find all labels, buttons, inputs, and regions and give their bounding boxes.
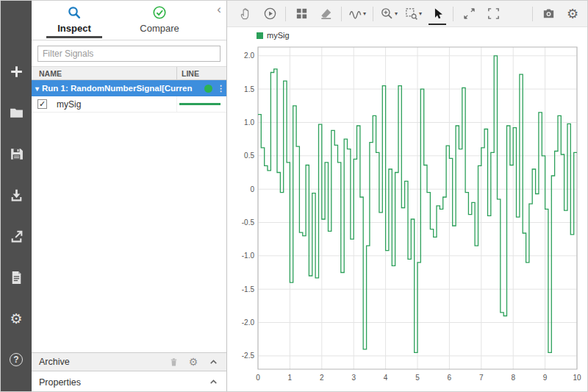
tab-inspect-label: Inspect [57, 23, 91, 34]
svg-text:1.0: 1.0 [244, 118, 254, 126]
svg-text:2.0: 2.0 [244, 51, 254, 60]
export-icon [9, 229, 24, 244]
svg-text:5: 5 [415, 374, 420, 382]
signal-row[interactable]: ✓ mySig [32, 96, 226, 113]
expand-caret-icon[interactable]: ▾ [35, 85, 39, 93]
help-button[interactable]: ? [7, 351, 25, 368]
svg-text:9: 9 [543, 374, 548, 382]
svg-text:1: 1 [288, 374, 293, 382]
pan-tool-button[interactable] [237, 4, 254, 24]
run-label: Run 1: RandomNumberSignal[Curren [42, 84, 201, 93]
document-icon [9, 270, 24, 285]
check-circle-icon [152, 5, 167, 20]
plot-canvas[interactable]: -2.5-2.0-1.5-1.0-0.500.51.01.52.00123456… [232, 41, 584, 388]
plot-legend: mySig [257, 31, 290, 40]
svg-text:2: 2 [320, 374, 324, 382]
signal-checkbox[interactable]: ✓ [37, 99, 47, 109]
svg-text:-0.5: -0.5 [242, 218, 255, 227]
plus-icon [9, 64, 24, 79]
legend-label: mySig [267, 31, 290, 40]
preferences-button[interactable]: ⚙ [7, 310, 25, 327]
data-cursors-button[interactable]: ▾ [348, 4, 366, 24]
zoom-region-icon [404, 7, 418, 21]
help-icon: ? [10, 353, 23, 366]
plot-area: ▾ ▾ ▾ [227, 1, 588, 392]
import-button[interactable] [7, 186, 25, 204]
plot-settings-button[interactable]: ⚙ [564, 4, 581, 24]
toolbar-separator [532, 7, 533, 21]
chevron-down-icon: ▾ [419, 10, 422, 17]
create-report-button[interactable] [7, 268, 25, 286]
properties-collapse-icon[interactable] [207, 376, 220, 389]
floppy-disk-icon [9, 146, 24, 162]
archive-bar[interactable]: Archive ⚙ [32, 352, 226, 371]
svg-text:3: 3 [351, 374, 356, 382]
simulation-data-inspector-window: ⚙ ? Inspect Compare ‹ NAME LINE ▾ [0, 0, 588, 392]
toolbar-separator [285, 7, 286, 21]
arrow-cursor-icon [431, 7, 445, 21]
svg-text:10: 10 [573, 374, 581, 382]
chevron-down-icon: ▾ [363, 10, 366, 17]
open-button[interactable] [7, 104, 25, 121]
diagonal-arrows-icon [462, 7, 476, 21]
properties-bar[interactable]: Properties [32, 371, 226, 392]
import-icon [9, 188, 24, 203]
tab-inspect[interactable]: Inspect [42, 4, 107, 38]
zoom-tool-button[interactable]: ▾ [380, 4, 398, 24]
signal-line-swatch [179, 103, 220, 105]
folder-icon [9, 105, 24, 121]
svg-text:8: 8 [511, 374, 515, 382]
column-header-name: NAME [32, 69, 176, 78]
zoom-region-button[interactable]: ▾ [404, 4, 422, 24]
camera-icon [542, 7, 556, 21]
left-toolbar: ⚙ ? [1, 1, 32, 392]
svg-text:-1.0: -1.0 [242, 252, 255, 260]
select-tool-button[interactable] [429, 4, 446, 24]
panel-tab-bar: Inspect Compare ‹ [32, 1, 226, 40]
fit-to-view-button[interactable] [484, 4, 502, 24]
svg-text:-1.5: -1.5 [242, 285, 255, 293]
archive-collapse-icon[interactable] [207, 355, 220, 368]
export-button[interactable] [7, 227, 25, 245]
archive-label: Archive [39, 357, 167, 367]
fullscreen-brackets-icon [487, 7, 501, 21]
add-button[interactable] [7, 63, 25, 80]
expand-axes-button[interactable] [460, 4, 478, 24]
svg-text:6: 6 [448, 374, 452, 382]
signal-line-cell [176, 96, 226, 112]
grid-layout-icon [295, 7, 309, 21]
subplot-layout-button[interactable] [293, 4, 310, 24]
chevron-down-icon: ▾ [395, 10, 398, 17]
run-row[interactable]: ▾ Run 1: RandomNumberSignal[Curren ⋮ [32, 80, 226, 96]
run-menu-icon[interactable]: ⋮ [217, 84, 225, 93]
svg-text:0: 0 [250, 185, 254, 193]
play-circle-icon [263, 7, 277, 21]
filter-row [32, 40, 226, 66]
tab-compare-label: Compare [140, 23, 179, 34]
filter-signals-input[interactable] [37, 46, 220, 62]
svg-text:4: 4 [384, 374, 388, 382]
signal-wave-icon [348, 7, 362, 21]
column-header-line: LINE [176, 67, 226, 79]
archive-gear-icon[interactable]: ⚙ [187, 355, 200, 368]
plot-canvas-wrap: -2.5-2.0-1.5-1.0-0.500.51.01.52.00123456… [232, 41, 584, 391]
replay-button[interactable] [261, 4, 279, 24]
tab-compare[interactable]: Compare [127, 4, 192, 38]
toolbar-separator [341, 7, 342, 21]
gear-icon: ⚙ [567, 7, 578, 21]
collapse-panel-icon[interactable]: ‹ [217, 2, 221, 17]
signal-browser-panel: Inspect Compare ‹ NAME LINE ▾ Run 1: Ran… [32, 1, 227, 392]
snapshot-button[interactable] [539, 4, 557, 24]
clear-plots-button[interactable] [317, 4, 334, 24]
svg-text:-2.5: -2.5 [242, 352, 255, 360]
gear-icon: ⚙ [10, 312, 22, 326]
save-button[interactable] [7, 145, 25, 163]
trash-icon[interactable] [167, 355, 180, 368]
legend-swatch [257, 32, 263, 39]
hand-icon [239, 7, 253, 21]
zoom-in-icon [380, 7, 394, 21]
search-icon [67, 5, 82, 20]
toolbar-separator [373, 7, 373, 21]
svg-text:1.5: 1.5 [244, 85, 254, 93]
table-header: NAME LINE [32, 66, 226, 80]
